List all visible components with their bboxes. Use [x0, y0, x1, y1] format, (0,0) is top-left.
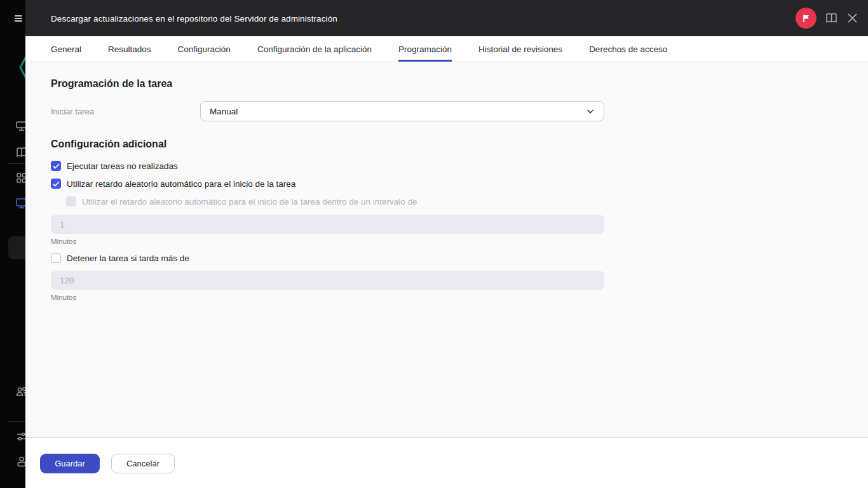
- tab-bar: General Resultados Configuración Configu…: [25, 36, 868, 62]
- tab-configuracion[interactable]: Configuración: [178, 36, 231, 62]
- checkbox-label: Ejecutar tareas no realizadas: [67, 161, 178, 171]
- interval-minutes-input: [51, 215, 604, 234]
- help-book-icon[interactable]: [825, 13, 837, 24]
- checkbox-disabled: [66, 196, 76, 207]
- flag-feedback-icon[interactable]: [796, 8, 817, 29]
- dialog-header: Descargar actualizaciones en el reposito…: [25, 0, 868, 36]
- cancel-button[interactable]: Cancelar: [111, 454, 175, 473]
- devices-monitor-icon[interactable]: [15, 197, 25, 210]
- checkbox-label: Utilizar el retardo aleatorio automático…: [82, 197, 417, 207]
- checkbox-stop-task[interactable]: Detener la tarea si tarda más de: [51, 253, 189, 263]
- close-icon[interactable]: [847, 13, 858, 24]
- section-title-additional: Configuración adicional: [51, 139, 166, 150]
- checkbox-label: Utilizar retardo aleatorio automático pa…: [67, 179, 295, 189]
- tab-resultados[interactable]: Resultados: [108, 36, 151, 62]
- interval-unit-label: Minutos: [51, 238, 76, 245]
- sidebar-divider: [8, 421, 25, 422]
- chevron-down-icon: [586, 107, 595, 116]
- checkmark-icon: [51, 179, 61, 189]
- app-sidebar: [0, 0, 25, 488]
- users-icon[interactable]: [15, 385, 25, 398]
- start-task-label: Iniciar tarea: [51, 107, 94, 116]
- sliders-icon[interactable]: [15, 430, 25, 443]
- hamburger-menu-icon[interactable]: [15, 15, 22, 22]
- checkbox-run-missed-tasks[interactable]: Ejecutar tareas no realizadas: [51, 161, 178, 171]
- dialog-footer: Guardar Cancelar: [25, 437, 868, 488]
- tab-content-programacion: Programación de la tarea Iniciar tarea M…: [25, 63, 868, 437]
- tab-programacion[interactable]: Programación: [398, 36, 452, 62]
- checkbox-label: Detener la tarea si tarda más de: [67, 254, 189, 263]
- sidebar-divider: [8, 163, 25, 164]
- sidebar-active-item[interactable]: [8, 236, 25, 259]
- user-icon[interactable]: [15, 455, 25, 468]
- save-button[interactable]: Guardar: [40, 454, 100, 473]
- start-task-selected-value: Manual: [210, 107, 238, 116]
- tab-configuracion-aplicacion[interactable]: Configuración de la aplicación: [257, 36, 372, 62]
- stop-after-minutes-input: [51, 271, 604, 290]
- dialog-panel: General Resultados Configuración Configu…: [25, 36, 868, 488]
- server-icon[interactable]: [15, 119, 25, 132]
- start-task-select[interactable]: Manual: [200, 101, 604, 121]
- checkbox-unchecked: [51, 253, 61, 263]
- app-root: Descargar actualizaciones en el reposito…: [0, 0, 868, 488]
- section-title-schedule: Programación de la tarea: [51, 78, 172, 90]
- checkbox-random-delay-interval: Utilizar el retardo aleatorio automático…: [66, 196, 417, 207]
- checkmark-icon: [51, 161, 61, 171]
- checkbox-random-delay[interactable]: Utilizar retardo aleatorio automático pa…: [51, 179, 295, 189]
- apps-grid-icon[interactable]: [15, 172, 25, 184]
- dialog-title: Descargar actualizaciones en el reposito…: [51, 14, 337, 24]
- tab-general[interactable]: General: [51, 36, 81, 62]
- stop-unit-label: Minutos: [51, 294, 76, 301]
- kaspersky-hexagon-logo[interactable]: [18, 54, 25, 81]
- tab-historial-revisiones[interactable]: Historial de revisiones: [478, 36, 562, 62]
- book-icon[interactable]: [15, 146, 25, 159]
- tab-derechos-acceso[interactable]: Derechos de acceso: [589, 36, 667, 62]
